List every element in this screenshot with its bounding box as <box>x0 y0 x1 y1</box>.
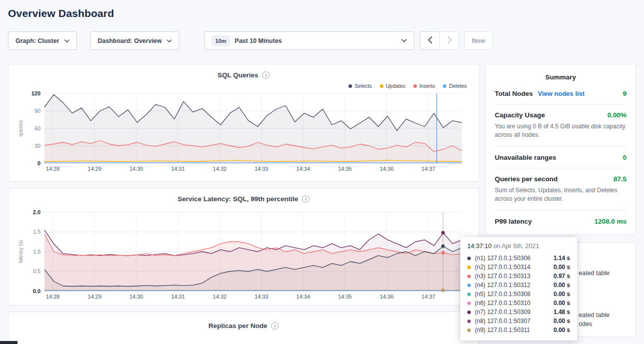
summary-row-value: 1208.0 ms <box>594 218 627 225</box>
legend-item-deletes[interactable]: Deletes <box>443 82 467 89</box>
summary-rows: Total NodesView nodes list9Capacity Usag… <box>495 83 627 232</box>
svg-text:14:32: 14:32 <box>213 166 227 172</box>
tooltip-node-value: 0.00 s <box>554 291 570 298</box>
bottom-left-widget <box>0 341 17 344</box>
svg-text:queries: queries <box>18 120 23 137</box>
svg-text:latency (s): latency (s) <box>18 240 23 263</box>
replicas-per-node-title: Replicas per Node <box>209 322 268 330</box>
next-time-button[interactable] <box>439 31 459 50</box>
summary-heading: Summary <box>495 73 627 81</box>
svg-text:30: 30 <box>34 143 40 149</box>
tooltip-node-row: (n8) 127.0.0.1:503070.00 s <box>467 317 570 326</box>
graph-dropdown-label: Graph: Cluster <box>15 37 59 44</box>
summary-row-label: Queries per second <box>495 175 558 183</box>
tooltip-node-value: 0.00 s <box>554 264 570 271</box>
legend-item-selects[interactable]: Selects <box>348 82 371 89</box>
info-icon[interactable] <box>302 195 310 203</box>
legend-dot-icon <box>413 84 417 88</box>
legend-item-updates[interactable]: Updates <box>380 82 405 89</box>
node-color-dot-icon <box>467 275 471 278</box>
prev-time-button[interactable] <box>420 31 440 50</box>
tooltip-node-label: (n4) 127.0.0.1:50312 <box>475 282 530 289</box>
legend-label: Inserts <box>419 83 435 89</box>
summary-row: Total NodesView nodes list9 <box>495 83 627 104</box>
page-title: Overview Dashboard <box>8 7 636 19</box>
node-color-dot-icon <box>467 284 471 287</box>
svg-text:0.5: 0.5 <box>33 268 40 274</box>
time-window-dropdown[interactable]: 10m Past 10 Minutes <box>204 31 414 50</box>
svg-text:1.5: 1.5 <box>33 229 40 235</box>
sql-queries-title: SQL Queries <box>218 71 259 79</box>
svg-text:120: 120 <box>31 90 40 96</box>
svg-text:14:29: 14:29 <box>88 166 102 172</box>
sql-queries-legend: SelectsUpdatesInsertsDeletes <box>16 82 467 89</box>
replicas-per-node-panel: Replicas per Node <box>8 312 479 344</box>
sql-queries-chart[interactable]: 030609012014:2814:2914:3014:3114:3214:33… <box>16 90 470 173</box>
event-item-fragment: eated table <box>579 270 610 277</box>
summary-row: P99 latency1208.0 ms <box>495 211 627 232</box>
chevron-left-icon <box>428 36 432 45</box>
chart-hover-tooltip: 14:37:10 on Apr 5th, 2021 (n1) 127.0.0.1… <box>460 237 577 341</box>
summary-row-value: 87.5 <box>614 175 627 183</box>
legend-dot-icon <box>443 84 446 88</box>
summary-row-description: You are using 0 B of 4.5 GiB usable disk… <box>495 122 627 140</box>
node-color-dot-icon <box>467 266 471 269</box>
svg-text:14:31: 14:31 <box>171 166 185 172</box>
svg-text:14:32: 14:32 <box>213 294 227 300</box>
summary-row: Queries per second87.5Sum of Selects, Up… <box>495 168 627 211</box>
tooltip-node-value: 1.48 s <box>554 309 570 316</box>
svg-text:14:30: 14:30 <box>129 166 143 172</box>
view-nodes-list-link[interactable]: View nodes list <box>538 90 585 97</box>
summary-row: Unavailable ranges0 <box>495 147 627 168</box>
summary-row-label: P99 latency <box>495 218 532 225</box>
node-color-dot-icon <box>467 302 471 305</box>
legend-label: Updates <box>386 83 405 89</box>
svg-text:1.0: 1.0 <box>33 249 40 255</box>
tooltip-node-label: (n3) 127.0.0.1:50313 <box>475 273 530 280</box>
service-latency-chart[interactable]: 0.00.51.01.52.014:2814:2914:3014:3114:32… <box>16 209 470 301</box>
legend-item-inserts[interactable]: Inserts <box>413 82 435 89</box>
tooltip-node-value: 0.00 s <box>554 282 570 289</box>
chevron-right-icon <box>447 36 452 45</box>
tooltip-node-row: (n3) 127.0.0.1:503130.97 s <box>467 272 570 281</box>
svg-text:14:37: 14:37 <box>421 166 435 172</box>
tooltip-node-row: (n9) 127.0.0.1:503110.00 s <box>467 326 570 335</box>
tooltip-node-label: (n2) 127.0.0.1:50314 <box>475 264 530 271</box>
time-window-label: Past 10 Minutes <box>235 37 282 44</box>
tooltip-node-row: (n5) 127.0.0.1:503080.00 s <box>467 290 570 299</box>
svg-text:14:35: 14:35 <box>338 294 352 300</box>
svg-text:60: 60 <box>34 125 40 131</box>
info-icon[interactable] <box>271 322 279 330</box>
node-color-dot-icon <box>467 257 471 260</box>
svg-text:90: 90 <box>34 108 40 114</box>
tooltip-node-row: (n6) 127.0.0.1:503100.00 s <box>467 299 570 308</box>
summary-row-description: Sum of Selects, Updates, Inserts, and De… <box>495 186 627 204</box>
now-button[interactable]: Now <box>464 31 493 50</box>
tooltip-node-label: (n7) 127.0.0.1:50309 <box>475 309 530 316</box>
svg-text:0: 0 <box>37 160 40 166</box>
svg-text:14:35: 14:35 <box>338 166 352 172</box>
tooltip-node-value: 0.00 s <box>554 300 570 307</box>
info-icon[interactable] <box>262 71 270 79</box>
tooltip-node-label: (n8) 127.0.0.1:50307 <box>475 318 530 325</box>
summary-row-value: 0.00% <box>608 111 627 119</box>
dashboard-dropdown-label: Dashboard: Overview <box>98 37 162 44</box>
legend-label: Selects <box>354 83 371 89</box>
svg-text:14:37: 14:37 <box>421 294 435 300</box>
controls-bar: Graph: Cluster Dashboard: Overview 10m P… <box>8 31 636 50</box>
svg-text:14:29: 14:29 <box>88 294 102 300</box>
dashboard-dropdown[interactable]: Dashboard: Overview <box>90 31 180 50</box>
tooltip-node-value: 0.00 s <box>554 327 570 334</box>
graph-dropdown[interactable]: Graph: Cluster <box>8 31 77 50</box>
summary-row-label: Total Nodes <box>495 90 533 97</box>
summary-row: Capacity Usage0.00%You are using 0 B of … <box>495 104 627 147</box>
svg-text:14:34: 14:34 <box>297 166 311 172</box>
tooltip-node-label: (n1) 127.0.0.1:50306 <box>475 255 530 262</box>
chevron-down-icon <box>167 39 172 42</box>
tooltip-header: 14:37:10 on Apr 5th, 2021 <box>467 243 570 250</box>
node-color-dot-icon <box>467 320 471 323</box>
tooltip-node-value: 0.00 s <box>554 318 570 325</box>
svg-text:14:31: 14:31 <box>171 294 185 300</box>
svg-text:14:36: 14:36 <box>380 294 394 300</box>
svg-text:2.0: 2.0 <box>33 209 40 215</box>
